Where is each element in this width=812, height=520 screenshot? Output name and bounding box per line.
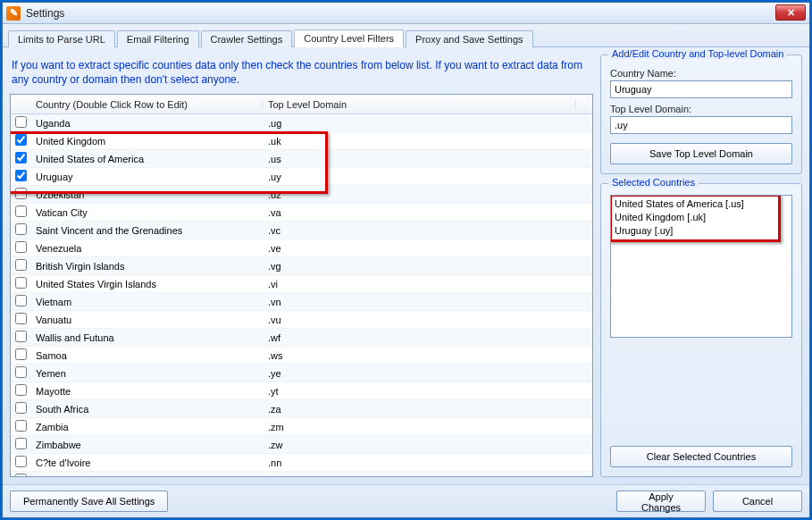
row-checkbox[interactable] bbox=[15, 277, 27, 289]
table-row[interactable]: Uganda.ug bbox=[11, 114, 592, 132]
table-row[interactable]: Yemen.ye bbox=[11, 365, 592, 382]
row-checkbox[interactable] bbox=[15, 170, 27, 181]
table-row[interactable]: Wallis and Futuna.wf bbox=[11, 329, 592, 347]
cancel-button[interactable]: Cancel bbox=[713, 491, 802, 512]
row-checkbox[interactable] bbox=[15, 259, 27, 271]
cell-domain: .vn bbox=[263, 297, 592, 307]
row-checkbox[interactable] bbox=[15, 134, 27, 146]
table-row[interactable]: Uzbekistan.uz bbox=[11, 186, 592, 204]
cell-country: C?te d'Ivoire bbox=[30, 457, 263, 468]
cell-domain: .zm bbox=[263, 422, 592, 432]
cell-country: Venezuela bbox=[30, 243, 263, 254]
table-row[interactable]: United States Virgin Islands.vi bbox=[11, 275, 592, 293]
add-edit-title: Add/Edit Country and Top-level Domain bbox=[608, 48, 787, 59]
cell-domain: .ws bbox=[263, 350, 592, 361]
row-checkbox[interactable] bbox=[15, 331, 27, 342]
cell-domain: .wf bbox=[263, 332, 592, 343]
row-checkbox[interactable] bbox=[15, 438, 27, 449]
row-checkbox[interactable] bbox=[15, 152, 27, 164]
row-checkbox[interactable] bbox=[15, 223, 27, 235]
table-row[interactable]: Uruguay.uy bbox=[11, 168, 592, 186]
cell-domain: .za bbox=[263, 404, 592, 415]
row-checkbox[interactable] bbox=[15, 402, 27, 414]
apply-changes-button[interactable]: Apply Changes bbox=[616, 491, 706, 512]
selected-countries-title: Selected Countries bbox=[608, 177, 699, 188]
table-row[interactable]: Mayotte.yt bbox=[11, 382, 592, 400]
table-row[interactable]: Samoa.ws bbox=[11, 347, 592, 365]
settings-window: ✎ Settings ✕ Limits to Parse URLEmail Fi… bbox=[2, 2, 810, 518]
footer-bar: Permanently Save All Settings Apply Chan… bbox=[3, 484, 809, 517]
save-tld-button[interactable]: Save Top Level Domain bbox=[610, 143, 792, 164]
cell-domain: .uk bbox=[263, 136, 592, 147]
close-button[interactable]: ✕ bbox=[775, 4, 806, 21]
row-checkbox[interactable] bbox=[15, 420, 27, 432]
selected-countries-group: Selected Countries United States of Amer… bbox=[600, 183, 802, 477]
table-row[interactable]: Venezuela.ve bbox=[11, 239, 592, 257]
row-checkbox[interactable] bbox=[15, 348, 27, 360]
grid-body[interactable]: Uganda.ugUnited Kingdom.ukUnited States … bbox=[11, 114, 592, 476]
grid-header-domain[interactable]: Top Level Domain bbox=[263, 99, 576, 110]
row-checkbox[interactable] bbox=[15, 116, 27, 128]
list-item[interactable]: Uruguay [.uy] bbox=[615, 224, 775, 238]
country-name-input[interactable] bbox=[610, 80, 792, 98]
cell-country: United States of America bbox=[30, 154, 263, 164]
cell-domain: .va bbox=[263, 207, 592, 218]
selected-countries-listbox[interactable]: United States of America [.us]United Kin… bbox=[610, 195, 792, 338]
row-checkbox[interactable] bbox=[15, 188, 27, 199]
tab-crawler-settings[interactable]: Crawler Settings bbox=[201, 30, 293, 47]
table-row[interactable]: Zambia.zm bbox=[11, 418, 592, 436]
countries-grid: Country (Double Click Row to Edit) Top L… bbox=[10, 94, 593, 477]
row-checkbox[interactable] bbox=[15, 241, 27, 253]
table-row[interactable]: British Virgin Islands.vg bbox=[11, 257, 592, 275]
table-row[interactable]: United States of America.us bbox=[11, 150, 592, 168]
cell-country: Uganda bbox=[30, 118, 263, 129]
cell-country: Wallis and Futuna bbox=[30, 332, 263, 343]
row-checkbox[interactable] bbox=[15, 205, 27, 217]
row-checkbox[interactable] bbox=[15, 456, 27, 467]
left-pane: If you want to extract specific counties… bbox=[10, 55, 593, 477]
row-checkbox[interactable] bbox=[15, 295, 27, 306]
row-checkbox[interactable] bbox=[15, 384, 27, 396]
cell-country: Vanuatu bbox=[30, 315, 263, 325]
permanently-save-button[interactable]: Permanently Save All Settings bbox=[10, 491, 168, 512]
table-row[interactable]: Saint Vincent and the Grenadines.vc bbox=[11, 222, 592, 239]
table-row[interactable]: Vatican City.va bbox=[11, 204, 592, 222]
tld-input[interactable] bbox=[610, 116, 792, 134]
row-checkbox[interactable] bbox=[15, 474, 27, 476]
table-row[interactable]: Vanuatu.vu bbox=[11, 311, 592, 329]
cell-country: Yemen bbox=[30, 368, 263, 379]
table-row[interactable]: C?te d'Ivoire.nn bbox=[11, 454, 592, 472]
cell-country: Uzbekistan bbox=[30, 189, 263, 200]
cell-country: Samoa bbox=[30, 350, 263, 361]
table-row[interactable]: Zimbabwe.zw bbox=[11, 436, 592, 454]
cell-domain: .uz bbox=[263, 189, 592, 200]
table-row[interactable]: Cura?ao.ddd bbox=[11, 472, 592, 476]
clear-selected-button[interactable]: Clear Selected Countries bbox=[610, 446, 792, 467]
titlebar: ✎ Settings ✕ bbox=[3, 3, 809, 24]
row-checkbox[interactable] bbox=[15, 366, 27, 378]
app-icon: ✎ bbox=[6, 6, 21, 21]
country-name-label: Country Name: bbox=[610, 68, 792, 79]
table-row[interactable]: South Africa.za bbox=[11, 400, 592, 418]
list-item[interactable]: United States of America [.us] bbox=[615, 197, 775, 211]
cell-country: United States Virgin Islands bbox=[30, 279, 263, 289]
tab-proxy-and-save-settings[interactable]: Proxy and Save Settings bbox=[406, 30, 532, 47]
table-row[interactable]: Vietnam.vn bbox=[11, 293, 592, 311]
grid-header-country[interactable]: Country (Double Click Row to Edit) bbox=[30, 99, 263, 110]
cell-country: South Africa bbox=[30, 404, 263, 415]
tab-email-filtering[interactable]: Email Filtering bbox=[117, 30, 199, 47]
row-checkbox[interactable] bbox=[15, 313, 27, 324]
right-pane: Add/Edit Country and Top-level Domain Co… bbox=[600, 55, 802, 477]
tld-label: Top Level Domain: bbox=[610, 104, 792, 114]
cell-domain: .vu bbox=[263, 315, 592, 325]
list-item[interactable]: United Kingdom [.uk] bbox=[615, 211, 775, 224]
window-title: Settings bbox=[26, 7, 64, 20]
tab-limits-to-parse-url[interactable]: Limits to Parse URL bbox=[8, 30, 115, 47]
table-row[interactable]: United Kingdom.uk bbox=[11, 132, 592, 150]
tab-country-level-filters[interactable]: Country Level Filters bbox=[294, 29, 404, 47]
cell-domain: .nn bbox=[263, 457, 592, 468]
cell-domain: .ug bbox=[263, 118, 592, 129]
cell-country: Saint Vincent and the Grenadines bbox=[30, 225, 263, 236]
cell-domain: .uy bbox=[263, 172, 592, 182]
cell-domain: .us bbox=[263, 154, 592, 164]
